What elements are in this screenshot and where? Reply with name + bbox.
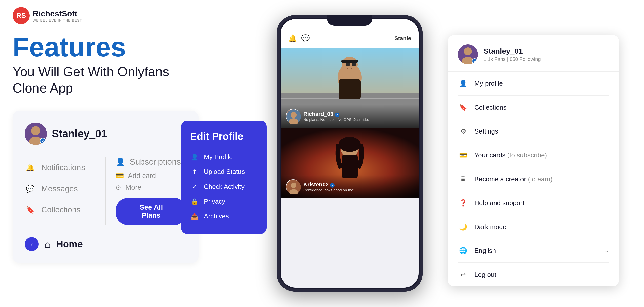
dropdown-collections[interactable]: 🔖 Collections	[448, 96, 619, 119]
home-bar: ‹ ⌂ Home	[25, 233, 187, 251]
subtitle-line2: Clone App	[13, 81, 73, 95]
phone-user-tag: Stanle	[394, 35, 411, 42]
svg-rect-17	[342, 155, 358, 178]
notifications-label: Notifications	[41, 163, 85, 172]
edit-archives[interactable]: 📥 Archives	[190, 209, 258, 224]
my-profile-label: My profile	[474, 80, 503, 87]
collections-icon: 🔖	[25, 204, 36, 215]
see-all-plans-button[interactable]: See All Plans	[116, 198, 187, 225]
post1-user-row: Richard_03 ✓ No plans. No maps. No GPS. …	[286, 109, 414, 123]
edit-upload-status[interactable]: ⬆ Upload Status	[190, 164, 258, 179]
svg-rect-8	[341, 60, 358, 63]
dropdown-dark-mode[interactable]: 🌙 Dark mode	[448, 215, 619, 239]
menu-grid: 🔔 Notifications 💬 Messages 🔖 Collections…	[25, 157, 187, 225]
archives-label: Archives	[204, 212, 229, 220]
svg-point-23	[464, 47, 472, 55]
svg-rect-9	[346, 63, 350, 66]
dropdown-stats: 1.1k Fans | 850 Following	[484, 56, 541, 62]
home-label: Home	[56, 239, 83, 250]
username: Stanley_01	[52, 128, 107, 140]
phone-mockup: 🔔 💬 Stanle	[277, 15, 423, 292]
subscriptions-label: Subscriptions	[130, 157, 181, 167]
post2-caption: Confidence looks good on me!	[303, 188, 354, 192]
globe-icon: 🌐	[458, 245, 468, 256]
feed-post-1: Richard_03 ✓ No plans. No maps. No GPS. …	[281, 48, 419, 128]
menu-left: 🔔 Notifications 💬 Messages 🔖 Collections	[25, 157, 106, 225]
dropdown-logout[interactable]: ↩ Log out	[448, 263, 619, 286]
help-label: Help and support	[474, 199, 524, 207]
dropdown-settings[interactable]: ⚙ Settings	[448, 119, 619, 143]
sub-items: 💳 Add card ⊙ More	[116, 172, 187, 191]
post2-overlay: Kristen02 ✓ Confidence looks good on me!	[281, 175, 419, 198]
collections-label: Collections	[474, 104, 506, 111]
phone-screen: 🔔 💬 Stanle	[281, 19, 419, 288]
subtitle-line1: You Will Get With Onlyfans	[13, 64, 169, 79]
creator-icon: 🏛	[458, 174, 468, 184]
dropdown-become-creator[interactable]: 🏛 Become a creator (to earn)	[448, 167, 619, 191]
cards-icon: 💳	[458, 150, 468, 160]
svg-point-20	[291, 183, 296, 188]
notifications-item[interactable]: 🔔 Notifications	[25, 157, 95, 178]
settings-icon: ⚙	[458, 126, 468, 137]
profile-icon: 👤	[190, 154, 199, 161]
bell-icon: 🔔	[288, 34, 297, 42]
header: RS RichestSoft WE BELIEVE IN THE BEST	[13, 7, 82, 24]
edit-profile-card: Edit Profile 👤 My Profile ⬆ Upload Statu…	[181, 121, 267, 234]
archive-icon: 📥	[190, 213, 199, 220]
check-icon: ✓	[190, 183, 199, 190]
more-icon: ⊙	[116, 184, 121, 191]
edit-my-profile[interactable]: 👤 My Profile	[190, 150, 258, 164]
post2-info: Kristen02 ✓ Confidence looks good on me!	[303, 181, 354, 192]
add-card-item[interactable]: 💳 Add card	[116, 172, 187, 180]
chat-icon: 💬	[301, 34, 310, 42]
dropdown-user-info: Stanley_01 1.1k Fans | 850 Following	[484, 47, 541, 62]
chevron-down-icon: ⌄	[604, 247, 609, 254]
menu-right: 👤 Subscriptions 💳 Add card ⊙ More See Al…	[106, 157, 187, 225]
dropdown-user-header: ✓ Stanley_01 1.1k Fans | 850 Following	[448, 35, 619, 72]
upload-icon: ⬆	[190, 168, 199, 176]
dropdown-english[interactable]: 🌐 English ⌄	[448, 239, 619, 262]
svg-rect-11	[339, 79, 361, 99]
features-title: Features	[13, 33, 219, 61]
svg-point-1	[31, 126, 40, 135]
dark-mode-icon: 🌙	[458, 222, 468, 232]
user-header: ✓ Stanley_01	[25, 123, 187, 145]
post1-info: Richard_03 ✓ No plans. No maps. No GPS. …	[303, 111, 369, 122]
more-item[interactable]: ⊙ More	[116, 183, 187, 191]
post1-verify: ✓	[335, 113, 339, 117]
post1-overlay: Richard_03 ✓ No plans. No maps. No GPS. …	[281, 104, 419, 128]
dropdown-username: Stanley_01	[484, 47, 541, 55]
more-label: More	[125, 183, 141, 191]
post2-avatar	[286, 179, 300, 194]
post2-username: Kristen02 ✓	[303, 181, 354, 188]
card-icon: 💳	[116, 172, 124, 180]
verify-badge: ✓	[40, 138, 46, 144]
messages-item[interactable]: 💬 Messages	[25, 178, 95, 199]
post1-username: Richard_03 ✓	[303, 111, 369, 117]
post2-user-row: Kristen02 ✓ Confidence looks good on me!	[286, 179, 414, 194]
edit-privacy[interactable]: 🔒 Privacy	[190, 194, 258, 209]
settings-label: Settings	[474, 127, 498, 135]
brand-name: RichestSoft	[33, 9, 82, 18]
my-profile-label: My Profile	[204, 153, 233, 161]
phone-notch	[327, 15, 372, 26]
logout-icon: ↩	[458, 269, 468, 280]
svg-point-18	[339, 137, 361, 152]
dropdown-help-support[interactable]: ❓ Help and support	[448, 191, 619, 215]
hero-section: Features You Will Get With Onlyfans Clon…	[13, 33, 219, 96]
edit-check-activity[interactable]: ✓ Check Activity	[190, 179, 258, 194]
dropdown-your-cards[interactable]: 💳 Your cards (to subscribe)	[448, 143, 619, 167]
lock-icon: 🔒	[190, 198, 199, 205]
notifications-icon: 🔔	[25, 162, 36, 173]
logo-text: RichestSoft WE BELIEVE IN THE BEST	[33, 9, 82, 22]
tagline: WE BELIEVE IN THE BEST	[33, 18, 82, 22]
edit-profile-title: Edit Profile	[190, 131, 258, 142]
collections-item[interactable]: 🔖 Collections	[25, 199, 95, 220]
dropdown-my-profile[interactable]: 👤 My profile	[448, 72, 619, 95]
dropdown-panel: ✓ Stanley_01 1.1k Fans | 850 Following 👤…	[448, 35, 619, 286]
post2-verify: ✓	[330, 183, 335, 188]
messages-icon: 💬	[25, 183, 36, 194]
check-activity-label: Check Activity	[204, 183, 245, 191]
messages-label: Messages	[41, 184, 78, 193]
back-button[interactable]: ‹	[25, 237, 39, 251]
